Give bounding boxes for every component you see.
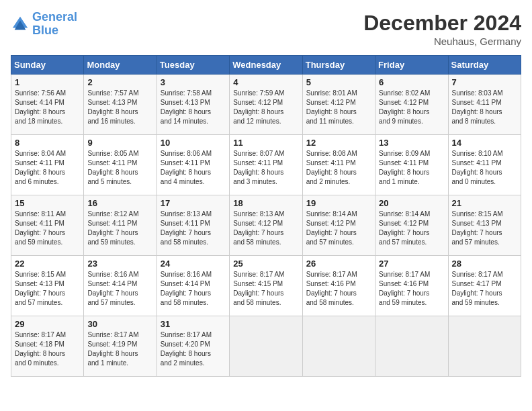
- calendar-cell: 17Sunrise: 8:13 AM Sunset: 4:11 PM Dayli…: [157, 195, 229, 256]
- day-number: 27: [379, 259, 444, 269]
- day-number: 25: [233, 259, 298, 269]
- week-row-3: 15Sunrise: 8:11 AM Sunset: 4:11 PM Dayli…: [11, 195, 521, 256]
- day-number: 24: [161, 259, 226, 269]
- day-number: 30: [87, 319, 152, 329]
- day-detail: Sunrise: 7:59 AM Sunset: 4:12 PM Dayligh…: [233, 89, 298, 126]
- day-detail: Sunrise: 8:17 AM Sunset: 4:15 PM Dayligh…: [233, 270, 298, 308]
- logo-line1: General: [32, 10, 77, 24]
- day-number: 19: [306, 198, 371, 208]
- day-detail: Sunrise: 7:57 AM Sunset: 4:13 PM Dayligh…: [87, 89, 152, 126]
- day-header-sunday: Sunday: [11, 56, 84, 75]
- logo-icon: [11, 15, 30, 34]
- day-number: 22: [15, 259, 80, 269]
- calendar-cell: 13Sunrise: 8:09 AM Sunset: 4:11 PM Dayli…: [375, 135, 448, 195]
- day-detail: Sunrise: 8:04 AM Sunset: 4:11 PM Dayligh…: [15, 149, 80, 187]
- day-header-tuesday: Tuesday: [157, 56, 229, 75]
- day-header-saturday: Saturday: [448, 56, 521, 75]
- day-detail: Sunrise: 8:17 AM Sunset: 4:19 PM Dayligh…: [87, 330, 152, 368]
- day-number: 28: [452, 259, 517, 269]
- day-detail: Sunrise: 8:12 AM Sunset: 4:11 PM Dayligh…: [87, 210, 152, 247]
- calendar-cell: 16Sunrise: 8:12 AM Sunset: 4:11 PM Dayli…: [84, 195, 157, 256]
- day-detail: Sunrise: 8:09 AM Sunset: 4:11 PM Dayligh…: [379, 149, 444, 187]
- calendar-cell: [302, 316, 375, 377]
- day-number: 23: [87, 259, 152, 269]
- calendar-cell: 10Sunrise: 8:06 AM Sunset: 4:11 PM Dayli…: [157, 135, 229, 195]
- day-detail: Sunrise: 8:17 AM Sunset: 4:17 PM Dayligh…: [452, 270, 517, 308]
- day-number: 31: [161, 319, 226, 329]
- day-detail: Sunrise: 7:58 AM Sunset: 4:13 PM Dayligh…: [161, 89, 226, 126]
- calendar-cell: 4Sunrise: 7:59 AM Sunset: 4:12 PM Daylig…: [230, 75, 302, 135]
- day-number: 6: [379, 77, 444, 87]
- day-number: 21: [452, 198, 517, 208]
- day-detail: Sunrise: 8:13 AM Sunset: 4:11 PM Dayligh…: [161, 210, 226, 247]
- calendar-cell: 27Sunrise: 8:17 AM Sunset: 4:16 PM Dayli…: [375, 256, 448, 316]
- calendar-cell: 6Sunrise: 8:02 AM Sunset: 4:12 PM Daylig…: [375, 75, 448, 135]
- day-number: 16: [87, 198, 152, 208]
- calendar-cell: 20Sunrise: 8:14 AM Sunset: 4:12 PM Dayli…: [375, 195, 448, 256]
- day-detail: Sunrise: 8:11 AM Sunset: 4:11 PM Dayligh…: [15, 210, 80, 247]
- calendar-cell: 2Sunrise: 7:57 AM Sunset: 4:13 PM Daylig…: [84, 75, 157, 135]
- calendar-cell: 29Sunrise: 8:17 AM Sunset: 4:18 PM Dayli…: [11, 316, 84, 377]
- week-row-5: 29Sunrise: 8:17 AM Sunset: 4:18 PM Dayli…: [11, 316, 521, 377]
- calendar-cell: 23Sunrise: 8:16 AM Sunset: 4:14 PM Dayli…: [84, 256, 157, 316]
- day-number: 5: [306, 77, 371, 87]
- calendar-cell: 19Sunrise: 8:14 AM Sunset: 4:12 PM Dayli…: [302, 195, 375, 256]
- day-header-friday: Friday: [375, 56, 448, 75]
- day-number: 11: [233, 138, 298, 148]
- day-detail: Sunrise: 8:15 AM Sunset: 4:13 PM Dayligh…: [452, 210, 517, 247]
- title-area: December 2024 Neuhaus, Germany: [363, 11, 521, 47]
- day-number: 9: [87, 138, 152, 148]
- day-number: 15: [15, 198, 80, 208]
- day-number: 10: [161, 138, 226, 148]
- calendar-cell: 12Sunrise: 8:08 AM Sunset: 4:11 PM Dayli…: [302, 135, 375, 195]
- day-detail: Sunrise: 8:17 AM Sunset: 4:20 PM Dayligh…: [161, 330, 226, 368]
- day-detail: Sunrise: 8:06 AM Sunset: 4:11 PM Dayligh…: [161, 149, 226, 187]
- day-detail: Sunrise: 8:13 AM Sunset: 4:12 PM Dayligh…: [233, 210, 298, 247]
- calendar-cell: 3Sunrise: 7:58 AM Sunset: 4:13 PM Daylig…: [157, 75, 229, 135]
- calendar-header-row: SundayMondayTuesdayWednesdayThursdayFrid…: [11, 56, 521, 75]
- day-number: 29: [15, 319, 80, 329]
- calendar-cell: 7Sunrise: 8:03 AM Sunset: 4:11 PM Daylig…: [448, 75, 521, 135]
- calendar-cell: 8Sunrise: 8:04 AM Sunset: 4:11 PM Daylig…: [11, 135, 84, 195]
- day-header-wednesday: Wednesday: [230, 56, 302, 75]
- calendar-cell: 26Sunrise: 8:17 AM Sunset: 4:16 PM Dayli…: [302, 256, 375, 316]
- calendar-cell: 9Sunrise: 8:05 AM Sunset: 4:11 PM Daylig…: [84, 135, 157, 195]
- day-number: 13: [379, 138, 444, 148]
- day-number: 12: [306, 138, 371, 148]
- logo-text: General Blue: [32, 11, 77, 38]
- logo: General Blue: [11, 11, 77, 38]
- day-header-thursday: Thursday: [302, 56, 375, 75]
- day-number: 1: [15, 77, 80, 87]
- calendar-cell: 31Sunrise: 8:17 AM Sunset: 4:20 PM Dayli…: [157, 316, 229, 377]
- location: Neuhaus, Germany: [363, 36, 521, 47]
- week-row-4: 22Sunrise: 8:15 AM Sunset: 4:13 PM Dayli…: [11, 256, 521, 316]
- calendar-cell: 14Sunrise: 8:10 AM Sunset: 4:11 PM Dayli…: [448, 135, 521, 195]
- day-number: 2: [87, 77, 152, 87]
- day-detail: Sunrise: 8:16 AM Sunset: 4:14 PM Dayligh…: [161, 270, 226, 308]
- calendar-cell: 21Sunrise: 8:15 AM Sunset: 4:13 PM Dayli…: [448, 195, 521, 256]
- day-detail: Sunrise: 8:17 AM Sunset: 4:16 PM Dayligh…: [306, 270, 371, 308]
- day-number: 8: [15, 138, 80, 148]
- calendar-table: SundayMondayTuesdayWednesdayThursdayFrid…: [11, 55, 521, 377]
- calendar-cell: 30Sunrise: 8:17 AM Sunset: 4:19 PM Dayli…: [84, 316, 157, 377]
- calendar-cell: 15Sunrise: 8:11 AM Sunset: 4:11 PM Dayli…: [11, 195, 84, 256]
- day-detail: Sunrise: 8:05 AM Sunset: 4:11 PM Dayligh…: [87, 149, 152, 187]
- day-detail: Sunrise: 8:17 AM Sunset: 4:16 PM Dayligh…: [379, 270, 444, 308]
- day-detail: Sunrise: 8:16 AM Sunset: 4:14 PM Dayligh…: [87, 270, 152, 308]
- day-header-monday: Monday: [84, 56, 157, 75]
- month-title: December 2024: [363, 11, 521, 36]
- day-detail: Sunrise: 8:14 AM Sunset: 4:12 PM Dayligh…: [306, 210, 371, 247]
- calendar-cell: 5Sunrise: 8:01 AM Sunset: 4:12 PM Daylig…: [302, 75, 375, 135]
- day-detail: Sunrise: 8:17 AM Sunset: 4:18 PM Dayligh…: [15, 330, 80, 368]
- calendar-cell: 22Sunrise: 8:15 AM Sunset: 4:13 PM Dayli…: [11, 256, 84, 316]
- day-detail: Sunrise: 8:14 AM Sunset: 4:12 PM Dayligh…: [379, 210, 444, 247]
- day-detail: Sunrise: 8:01 AM Sunset: 4:12 PM Dayligh…: [306, 89, 371, 126]
- calendar-cell: 24Sunrise: 8:16 AM Sunset: 4:14 PM Dayli…: [157, 256, 229, 316]
- day-detail: Sunrise: 8:08 AM Sunset: 4:11 PM Dayligh…: [306, 149, 371, 187]
- day-number: 18: [233, 198, 298, 208]
- calendar-cell: 1Sunrise: 7:56 AM Sunset: 4:14 PM Daylig…: [11, 75, 84, 135]
- week-row-2: 8Sunrise: 8:04 AM Sunset: 4:11 PM Daylig…: [11, 135, 521, 195]
- calendar-cell: [230, 316, 302, 377]
- calendar-cell: 28Sunrise: 8:17 AM Sunset: 4:17 PM Dayli…: [448, 256, 521, 316]
- day-detail: Sunrise: 8:10 AM Sunset: 4:11 PM Dayligh…: [452, 149, 517, 187]
